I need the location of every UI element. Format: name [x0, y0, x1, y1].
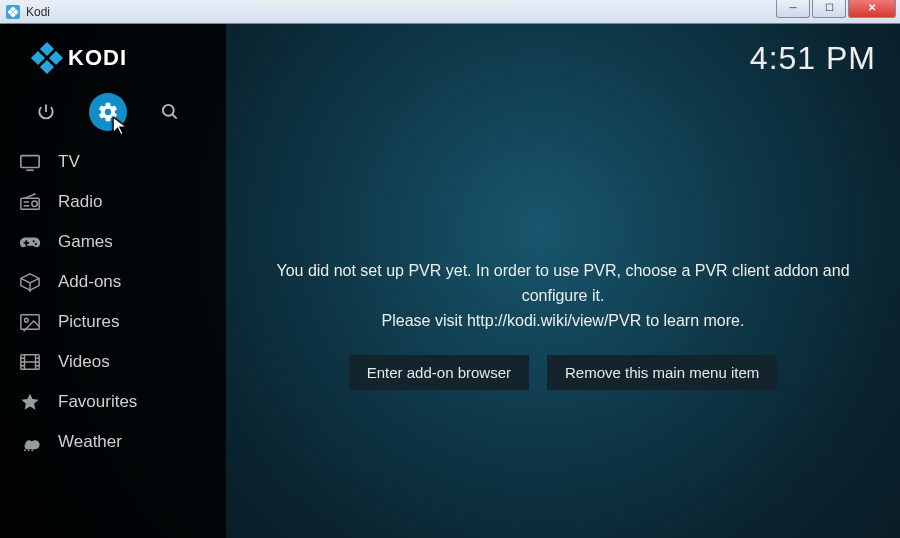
sidebar-item-label: Pictures [58, 312, 119, 332]
star-icon [18, 392, 42, 412]
box-icon [18, 272, 42, 292]
sidebar-item-games[interactable]: Games [0, 222, 226, 262]
sidebar-item-label: TV [58, 152, 80, 172]
sidebar-item-label: Weather [58, 432, 122, 452]
main-menu: TV Radio Games Add-ons [0, 142, 226, 462]
picture-icon [18, 312, 42, 332]
svg-rect-5 [21, 156, 39, 168]
clock: 4:51 PM [750, 40, 876, 77]
enter-addon-browser-button[interactable]: Enter add-on browser [349, 355, 529, 390]
window-minimize-button[interactable]: ─ [776, 0, 810, 18]
sidebar-item-favourites[interactable]: Favourites [0, 382, 226, 422]
sidebar-item-radio[interactable]: Radio [0, 182, 226, 222]
window-maximize-button[interactable]: ☐ [812, 0, 846, 18]
main-content: 4:51 PM You did not set up PVR yet. In o… [226, 24, 900, 538]
pvr-message-line1: You did not set up PVR yet. In order to … [256, 259, 870, 309]
sidebar-item-label: Favourites [58, 392, 137, 412]
sidebar-item-label: Games [58, 232, 113, 252]
film-icon [18, 352, 42, 372]
sidebar: KODI [0, 24, 226, 538]
svg-point-9 [25, 318, 29, 322]
sidebar-item-tv[interactable]: TV [0, 142, 226, 182]
kodi-logo-icon [34, 45, 60, 71]
window-title: Kodi [26, 5, 50, 19]
power-button[interactable] [34, 100, 58, 124]
sidebar-item-label: Radio [58, 192, 102, 212]
svg-point-7 [32, 201, 38, 207]
weather-icon [18, 432, 42, 452]
app-name: KODI [68, 45, 127, 71]
sidebar-item-addons[interactable]: Add-ons [0, 262, 226, 302]
sidebar-item-weather[interactable]: Weather [0, 422, 226, 462]
sidebar-item-label: Videos [58, 352, 110, 372]
window-close-button[interactable]: ✕ [848, 0, 896, 18]
svg-point-4 [163, 105, 174, 116]
sidebar-item-pictures[interactable]: Pictures [0, 302, 226, 342]
sidebar-item-videos[interactable]: Videos [0, 342, 226, 382]
remove-menu-item-button[interactable]: Remove this main menu item [547, 355, 777, 390]
radio-icon [18, 192, 42, 212]
sidebar-item-label: Add-ons [58, 272, 121, 292]
search-button[interactable] [158, 100, 182, 124]
window-titlebar: Kodi ─ ☐ ✕ [0, 0, 900, 24]
app-logo: KODI [0, 38, 226, 78]
svg-rect-6 [21, 198, 39, 209]
app-icon [6, 5, 20, 19]
gamepad-icon [18, 232, 42, 252]
pvr-message-line2: Please visit http://kodi.wiki/view/PVR t… [382, 309, 745, 334]
settings-button[interactable] [89, 93, 127, 131]
svg-rect-8 [21, 315, 39, 330]
tv-icon [18, 152, 42, 172]
